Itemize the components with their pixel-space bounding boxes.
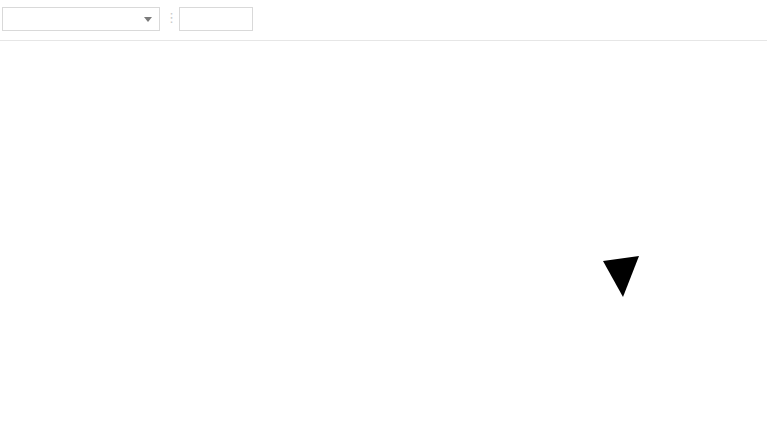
callout [112,168,483,287]
spreadsheet-grid [0,0,767,428]
excel-window: ⋮ [0,0,767,428]
